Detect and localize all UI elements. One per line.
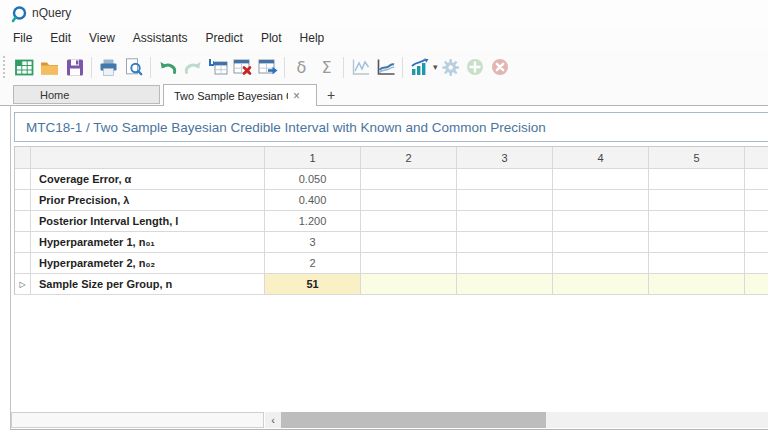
menu-assistants[interactable]: Assistants bbox=[124, 28, 197, 48]
grid-cell-empty[interactable] bbox=[361, 274, 457, 295]
open-folder-icon bbox=[40, 59, 59, 76]
grid-cell-empty[interactable] bbox=[553, 274, 649, 295]
menu-predict[interactable]: Predict bbox=[197, 28, 252, 48]
open-button[interactable] bbox=[37, 54, 62, 80]
grid-cell-empty[interactable] bbox=[649, 190, 745, 211]
menu-bar: File Edit View Assistants Predict Plot H… bbox=[0, 26, 768, 50]
row-label: Posterior Interval Length, l bbox=[31, 211, 265, 232]
grid-cell-empty[interactable] bbox=[649, 211, 745, 232]
grid-cell-value[interactable]: 0.400 bbox=[265, 190, 361, 211]
grid-cell-value[interactable]: 1.200 bbox=[265, 211, 361, 232]
tab-close-icon[interactable]: × bbox=[290, 89, 303, 103]
plot-curves-button[interactable] bbox=[373, 54, 398, 80]
grid-cell-empty[interactable] bbox=[553, 190, 649, 211]
undo-button[interactable] bbox=[155, 54, 180, 80]
table-delete-button[interactable] bbox=[230, 54, 255, 80]
menu-plot[interactable]: Plot bbox=[252, 28, 291, 48]
menu-file[interactable]: File bbox=[4, 28, 41, 48]
column-header-6[interactable] bbox=[745, 147, 768, 169]
tab-active-study[interactable]: Two Sample Bayesian C × bbox=[163, 84, 317, 106]
menu-view[interactable]: View bbox=[80, 28, 124, 48]
column-header-3[interactable]: 3 bbox=[457, 147, 553, 169]
grid-cell-value[interactable]: 2 bbox=[265, 253, 361, 274]
save-button[interactable] bbox=[62, 54, 87, 80]
scroll-left-button[interactable]: ‹ bbox=[265, 412, 281, 428]
grid-cell-empty[interactable] bbox=[457, 274, 553, 295]
table-transfer-icon bbox=[208, 58, 228, 76]
grid-cell-empty[interactable] bbox=[745, 232, 768, 253]
grid-cell-value[interactable]: 3 bbox=[265, 232, 361, 253]
column-header-2[interactable]: 2 bbox=[361, 147, 457, 169]
grid-cell-empty[interactable] bbox=[745, 253, 768, 274]
delta-icon: δ bbox=[297, 58, 307, 77]
grid-cell-empty[interactable] bbox=[457, 190, 553, 211]
settings-gear-icon bbox=[441, 58, 460, 77]
horizontal-scrollbar[interactable]: ‹ bbox=[265, 412, 768, 428]
grid-cell-empty[interactable] bbox=[649, 232, 745, 253]
grid-cell-empty[interactable] bbox=[745, 211, 768, 232]
row-label: Prior Precision, λ bbox=[31, 190, 265, 211]
grid-cell-empty[interactable] bbox=[553, 232, 649, 253]
column-header-1[interactable]: 1 bbox=[265, 147, 361, 169]
table-transfer-button[interactable] bbox=[205, 54, 230, 80]
grid-cell-empty[interactable] bbox=[361, 232, 457, 253]
grid-cell-empty[interactable] bbox=[457, 169, 553, 190]
active-row-marker-icon: ▷ bbox=[15, 274, 31, 295]
grid-cell-empty[interactable] bbox=[553, 211, 649, 232]
grid-cell-empty[interactable] bbox=[457, 211, 553, 232]
redo-button[interactable] bbox=[180, 54, 205, 80]
grid-cell-empty[interactable] bbox=[457, 232, 553, 253]
grid-cell-empty[interactable] bbox=[457, 253, 553, 274]
grid-cell-empty[interactable] bbox=[361, 211, 457, 232]
table-delete-icon bbox=[233, 58, 253, 76]
toolbar-grip[interactable] bbox=[3, 56, 9, 78]
grid-cell-empty[interactable] bbox=[361, 190, 457, 211]
grid-cell-empty[interactable] bbox=[745, 190, 768, 211]
print-preview-button[interactable] bbox=[121, 54, 146, 80]
sigma-button[interactable]: Σ bbox=[314, 54, 339, 80]
grid-cell-empty[interactable] bbox=[649, 274, 745, 295]
row-label: Hyperparameter 1, n₀₁ bbox=[31, 232, 265, 253]
close-circle-icon bbox=[491, 58, 509, 76]
study-title: MTC18-1 / Two Sample Bayesian Credible I… bbox=[26, 120, 546, 135]
grid-cell-empty[interactable] bbox=[649, 253, 745, 274]
grid-cell-empty[interactable] bbox=[649, 169, 745, 190]
delta-button[interactable]: δ bbox=[289, 54, 314, 80]
run-chart-dropdown-caret[interactable]: ▾ bbox=[433, 62, 438, 72]
plot-preview-button[interactable] bbox=[348, 54, 373, 80]
result-cell-sample-size[interactable]: 51 bbox=[265, 274, 361, 295]
table-export-button[interactable] bbox=[255, 54, 280, 80]
grid-cell-empty[interactable] bbox=[745, 169, 768, 190]
row-label-header bbox=[31, 147, 265, 169]
column-header-4[interactable]: 4 bbox=[553, 147, 649, 169]
undo-icon bbox=[158, 59, 178, 76]
add-button[interactable] bbox=[463, 54, 488, 80]
toolbar: δ Σ ▾ bbox=[0, 50, 768, 84]
menu-edit[interactable]: Edit bbox=[41, 28, 80, 48]
app-title: nQuery bbox=[32, 6, 71, 20]
new-tab-button[interactable]: + bbox=[322, 86, 340, 104]
menu-help[interactable]: Help bbox=[291, 28, 334, 48]
new-table-button[interactable] bbox=[12, 54, 37, 80]
print-preview-icon bbox=[124, 58, 143, 76]
tab-strip: Home Two Sample Bayesian C × + bbox=[0, 84, 768, 105]
scrollbar-thumb[interactable] bbox=[281, 412, 546, 428]
print-icon bbox=[99, 59, 118, 76]
toolbar-separator bbox=[150, 57, 151, 78]
settings-button[interactable] bbox=[438, 54, 463, 80]
print-button[interactable] bbox=[96, 54, 121, 80]
scrollbar-fixed-area bbox=[11, 412, 264, 428]
toolbar-separator bbox=[343, 57, 344, 78]
save-icon bbox=[66, 59, 84, 76]
grid-cell-empty[interactable] bbox=[553, 169, 649, 190]
grid-cell-empty[interactable] bbox=[361, 253, 457, 274]
grid-cell-value[interactable]: 0.050 bbox=[265, 169, 361, 190]
grid-cell-empty[interactable] bbox=[553, 253, 649, 274]
grid-cell-empty[interactable] bbox=[745, 274, 768, 295]
close-button[interactable] bbox=[488, 54, 513, 80]
toolbar-separator bbox=[91, 57, 92, 78]
grid-cell-empty[interactable] bbox=[361, 169, 457, 190]
column-header-5[interactable]: 5 bbox=[649, 147, 745, 169]
tab-home[interactable]: Home bbox=[13, 85, 160, 104]
run-chart-button[interactable] bbox=[407, 54, 432, 80]
